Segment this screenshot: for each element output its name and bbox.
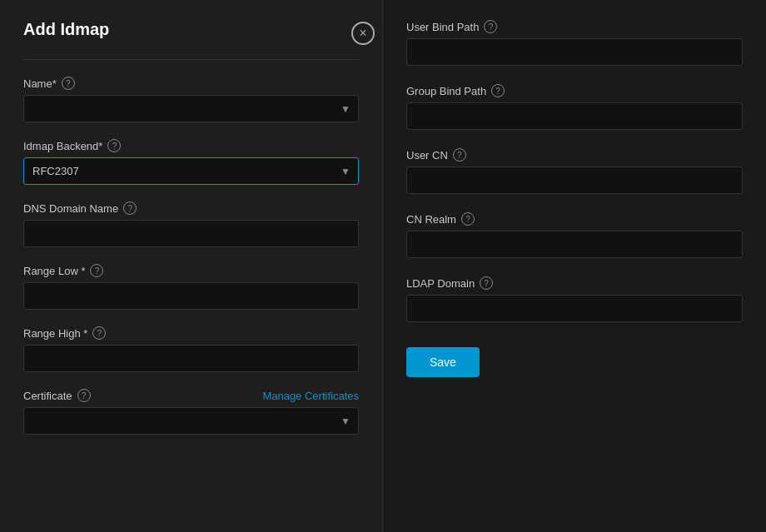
user-bind-path-group: User Bind Path ? (406, 20, 743, 66)
ldap-domain-label: LDAP Domain (406, 277, 475, 290)
user-bind-path-label: User Bind Path (406, 21, 479, 33)
ldap-domain-input[interactable] (406, 295, 743, 322)
range-high-help-icon[interactable]: ? (92, 326, 106, 340)
user-cn-group: User CN ? (406, 148, 743, 194)
title-row: Add Idmap × (23, 20, 359, 46)
range-high-label-row: Range High * ? (23, 326, 359, 340)
range-low-input[interactable] (23, 282, 359, 310)
ldap-domain-label-row: LDAP Domain ? (406, 276, 743, 290)
group-bind-path-label-row: Group Bind Path ? (406, 84, 743, 97)
user-cn-label-row: User CN ? (406, 148, 743, 162)
cn-realm-help-icon[interactable]: ? (461, 212, 475, 226)
cn-realm-label: CN Realm (406, 213, 456, 226)
panel-title: Add Idmap (23, 20, 109, 39)
backend-group: Idmap Backend* ? RFC2307 ▼ (23, 139, 359, 185)
cn-realm-label-row: CN Realm ? (406, 212, 743, 226)
cert-group: Certificate ? Manage Certificates ▼ (23, 389, 359, 435)
right-panel: User Bind Path ? Group Bind Path ? User … (383, 0, 766, 532)
divider (23, 59, 359, 60)
dns-input[interactable] (23, 220, 359, 247)
name-select[interactable] (23, 95, 359, 122)
group-bind-path-help-icon[interactable]: ? (491, 84, 505, 97)
dns-group: DNS Domain Name ? (23, 201, 359, 247)
range-low-label: Range Low * (23, 265, 85, 277)
name-help-icon[interactable]: ? (62, 77, 75, 90)
range-low-label-row: Range Low * ? (23, 264, 359, 277)
name-select-wrapper: ▼ (23, 95, 359, 122)
backend-label: Idmap Backend* (23, 140, 102, 152)
range-low-group: Range Low * ? (23, 264, 359, 310)
range-high-input[interactable] (23, 345, 359, 372)
name-group: Name* ? ▼ (23, 77, 359, 122)
group-bind-path-group: Group Bind Path ? (406, 84, 743, 130)
cert-label-row: Certificate ? Manage Certificates (23, 389, 359, 402)
cn-realm-group: CN Realm ? (406, 212, 743, 258)
backend-select[interactable]: RFC2307 (23, 157, 359, 185)
user-cn-input[interactable] (406, 167, 743, 194)
dns-label-row: DNS Domain Name ? (23, 201, 359, 215)
dns-label: DNS Domain Name (23, 202, 118, 215)
cert-select[interactable] (23, 407, 359, 435)
cert-label: Certificate (23, 390, 72, 402)
left-panel: Add Idmap × Name* ? ▼ Idmap Backend* ? R… (0, 0, 383, 532)
name-label: Name* (23, 77, 57, 90)
range-high-label: Range High * (23, 327, 87, 340)
user-cn-help-icon[interactable]: ? (453, 148, 466, 162)
range-high-group: Range High * ? (23, 326, 359, 372)
cert-select-wrapper: ▼ (23, 407, 359, 435)
cert-label-inner: Certificate ? (23, 389, 91, 402)
user-bind-path-input[interactable] (406, 38, 743, 66)
user-bind-path-label-row: User Bind Path ? (406, 20, 743, 33)
dns-help-icon[interactable]: ? (123, 201, 137, 215)
backend-select-wrapper: RFC2307 ▼ (23, 157, 359, 185)
group-bind-path-input[interactable] (406, 102, 743, 130)
save-button[interactable]: Save (406, 347, 480, 377)
cn-realm-input[interactable] (406, 231, 743, 258)
group-bind-path-label: Group Bind Path (406, 85, 486, 97)
cert-help-icon[interactable]: ? (77, 389, 91, 402)
range-low-help-icon[interactable]: ? (90, 264, 103, 277)
name-label-row: Name* ? (23, 77, 359, 90)
close-button[interactable]: × (351, 22, 375, 45)
backend-label-row: Idmap Backend* ? (23, 139, 359, 152)
ldap-domain-group: LDAP Domain ? (406, 276, 743, 322)
manage-certs-link[interactable]: Manage Certificates (262, 390, 359, 402)
backend-help-icon[interactable]: ? (107, 139, 121, 152)
ldap-domain-help-icon[interactable]: ? (480, 276, 493, 290)
user-bind-path-help-icon[interactable]: ? (484, 20, 497, 33)
user-cn-label: User CN (406, 149, 448, 162)
